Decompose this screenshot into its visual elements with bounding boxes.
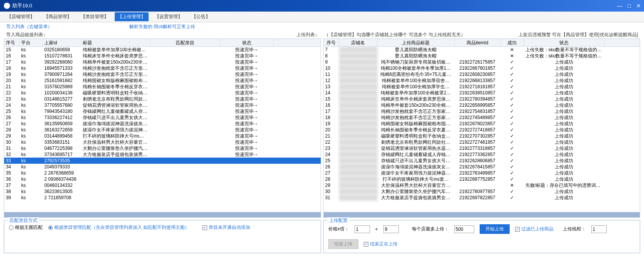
right-table-body[interactable]: 7████婴儿遮阳防晒渔夫帽✕上传失败：sku数量不等于规格值的笛卡…8████… — [324, 47, 640, 212]
table-row[interactable]: 17ks 39292268060纯棉单件被套150x200x230全棉…投递完毕… — [4, 59, 321, 65]
table-row[interactable]: 33ks 2792573535 — [4, 158, 321, 164]
table-row[interactable]: 21████磁吸硬塑料透明鞋盒鞋子收纳盒…21922707302857✓上传成功 — [324, 133, 640, 139]
table-row[interactable]: 22ks 10200034138磁吸硬塑料透明鞋盒鞋子收纳盒…投递完毕→ — [4, 90, 321, 96]
import-links-label[interactable]: 导入商品链接列表↓ — [6, 32, 45, 38]
cell-shop: ████ — [339, 47, 378, 53]
table-row[interactable]: 20ks 25161591682纯棉围裙女韩版棉麻围裙粗布围…投递完毕→ — [4, 77, 321, 84]
table-row[interactable]: 35ks2 2676368659 — [4, 170, 321, 176]
left-th-3[interactable]: 标题 — [81, 39, 151, 46]
right-th-5[interactable]: 状态 — [524, 39, 605, 46]
table-row[interactable]: 25████存钱罐只进不出儿童男女孩大号…21922628606857✓上传成功 — [324, 158, 640, 164]
import-list-label[interactable]: 导入列表（右键菜单） — [6, 24, 52, 30]
right-th-2[interactable]: 上传商品标题 — [378, 39, 455, 46]
cell-status: 上传成功 — [524, 145, 605, 151]
cell-plat: ks — [20, 133, 43, 139]
table-row[interactable]: 19████纯棉围裙女韩版棉麻围裙粗布围…21922678023857✓上传成功 — [324, 121, 640, 127]
right-scrollbar-horizontal[interactable] — [324, 212, 640, 217]
table-row[interactable]: 7████婴儿遮阳防晒渔夫帽✕上传失败：sku数量不等于规格值的笛卡… — [324, 47, 640, 53]
table-row[interactable]: 12████纯棉被套单件100全棉加厚宿舍…21922668133857✓上传成… — [324, 77, 640, 84]
start-upload-button[interactable]: 开始上传 — [480, 224, 510, 234]
table-row[interactable]: 31ks 04677225398大鹅办公室腰靠垫久坐护腰汽车…投递完毕→ — [4, 145, 321, 151]
table-row[interactable]: 26████搓澡巾海绵搓泥神器洗澡搓灰女…21922678415857✓上传成功 — [324, 164, 640, 170]
table-row[interactable]: 38ks 36233913505 — [4, 188, 321, 195]
table-row[interactable]: 8████婴儿遮阳防晒渔夫帽✕上传失败：sku数量不等于规格值的笛卡… — [324, 53, 640, 59]
table-row[interactable]: 26ks 73336227412存钱罐只进不出儿童男女孩大号…投递完毕→ — [4, 114, 321, 121]
table-row[interactable]: 29ks 03144899458打不碎的玻璃杯防摔大号ins套…投递完毕→ — [4, 133, 321, 139]
cell-seq: 16 — [324, 102, 339, 108]
table-row[interactable]: 21ks 31576025989纯棉长袖围裙冬季全棉反穿衣夏…投递完毕→ — [4, 84, 321, 90]
menu-item-1[interactable]: 【商品管理】 — [41, 12, 75, 21]
left-th-2[interactable]: 上家id — [43, 39, 81, 46]
table-row[interactable]: 29████大肚保温杯男大肚杯大容量官方…✕失败/标题：存在已填写中的违禁词：官… — [324, 182, 640, 188]
checkbox-auto-add-category[interactable]: 类目未开通自动添加 — [202, 224, 250, 231]
end-upload-button[interactable]: 结束上传 — [328, 239, 358, 249]
table-row[interactable]: 23████促销花洒管淋浴软管家用热水器…21922773318857✓上传成功 — [324, 145, 640, 151]
table-row[interactable]: 37ks 00460134332 — [4, 182, 321, 188]
table-row[interactable]: 20████纯棉长袖围裙冬季全棉反穿衣夏…21922727418857✓上传成功 — [324, 127, 640, 133]
cell-itemId: 21922678023857 — [455, 121, 501, 127]
left-th-5[interactable]: 状态 — [220, 39, 274, 46]
table-row[interactable]: 25ks 79943543180存钱罐网红儿童储蓄罐成人存钱…投递完毕→ — [4, 108, 321, 114]
cell-shop: ████ — [339, 65, 378, 71]
table-row[interactable]: 10████纯棉100全棉被套单件冬季加厚1…21922667601857✓上传… — [324, 65, 640, 71]
table-row[interactable]: 24ks 37705557680促销花洒管淋浴软管家用热水器…投递完毕→ — [4, 102, 321, 108]
max-per-shop-input[interactable] — [454, 225, 474, 233]
table-row[interactable]: 28████打不碎的玻璃杯防摔大号ins套…21922687752857✓上传成… — [324, 176, 640, 182]
menu-item-4[interactable]: 【设置管理】 — [152, 12, 186, 21]
table-row[interactable]: 32ks 37343695717大方格服装店手提袋包装袋男女…投递完毕→ — [4, 151, 321, 158]
table-row[interactable]: 18ks 16945571333纯棉沙发抱枕套不含芯正方形家…投递完毕→ — [4, 65, 321, 71]
table-row[interactable]: 39ks2 721859708 — [4, 195, 321, 201]
table-row[interactable]: 16████纯棉单件被套150x200x230全棉…21922658995857… — [324, 102, 640, 108]
minimize-icon[interactable]: — — [617, 3, 622, 9]
table-row[interactable]: 23ks 03148815277刺绣老北京布鞋男款网红同款社…投递完毕→ — [4, 96, 321, 102]
table-row[interactable]: 30████大鹅办公室腰靠垫久坐护腰汽车…21922780977857✓上传成功 — [324, 188, 640, 195]
menu-item-2[interactable]: 【类目管理】 — [78, 12, 112, 21]
table-row[interactable]: 27████搓澡巾女不疼家用强力搓泥神器…21922763499857✓上传成功 — [324, 170, 640, 176]
upload-thread-input[interactable] — [591, 225, 607, 233]
table-row[interactable]: 24████存钱罐网红儿童储蓄罐成人存钱…21922773362857✓上传成功 — [324, 151, 640, 158]
radio-match-by-image[interactable]: 根据主图匹配 — [9, 224, 43, 231]
table-row[interactable]: 16ks 15107278631纯棉床笠单件全棉床套席梦思保…投递完毕→ — [4, 53, 321, 59]
cell-plat: ks — [20, 139, 43, 145]
table-row[interactable]: 11████纯棉6层高密纱布毛巾35×75儿童…21922608230857✓上… — [324, 71, 640, 77]
table-row[interactable]: 30ks 3353683151大肚保温杯男大肚杯大容量官方…投递完毕→ — [4, 139, 321, 145]
checkbox-filter-uploaded[interactable]: 过滤已上传商品 — [515, 226, 554, 232]
table-row[interactable]: 9████纯不锈钢刀架厨房专用菜板切板…21922726175857✓上传成功 — [324, 59, 640, 65]
table-row[interactable]: 13████纯棉被套单件100全棉加厚学生…21922718161857✓上传成… — [324, 84, 640, 90]
left-th-1[interactable]: 平台 — [20, 39, 43, 46]
table-row[interactable]: 14████纯棉被套单件加厚100全棉被罩2…21922638510857✓上传… — [324, 90, 640, 96]
table-row[interactable]: 28ks 36163272659搓澡巾女不疼家用强力搓泥神器…投递完毕→ — [4, 127, 321, 133]
maximize-icon[interactable]: □ — [628, 3, 631, 9]
left-th-0[interactable]: 序号 — [4, 39, 20, 46]
table-row[interactable]: 19ks 37900971264纯棉沙发抱枕套不含芯正方形家…投递完毕→ — [4, 71, 321, 77]
table-row[interactable]: 27ks 36135950659搓澡巾海绵搓泥神器洗澡搓灰女…投递完毕→ — [4, 121, 321, 127]
table-row[interactable]: 36ks2 09366374438 — [4, 176, 321, 182]
table-row[interactable]: 18████纯棉沙发抱枕套不含芯正方形家…21922745489857✓上传成功 — [324, 114, 640, 121]
table-row[interactable]: 22████刺绣老北京布鞋男款网红同款社…21922727481857✓上传成功 — [324, 139, 640, 145]
checkbox-end-current[interactable]: 结束正在上传 — [364, 241, 398, 247]
radio-match-by-category[interactable]: 根据类目管理匹配（先在类目管理列表加入 如匹配不到使用主图） — [48, 224, 189, 231]
menu-item-3[interactable]: 【上传管理】 — [115, 12, 149, 21]
right-th-1[interactable]: 店铺名 — [339, 39, 378, 46]
price-add-input[interactable] — [383, 225, 399, 233]
menu-item-0[interactable]: 【店铺管理】 — [4, 12, 38, 21]
table-row[interactable]: 34ks 2049379333 — [4, 164, 321, 170]
table-row[interactable]: 17████纯棉沙发抱枕套不含芯正方形家…21922754831857✓上传成功 — [324, 108, 640, 114]
right-th-0[interactable]: 序号 — [324, 39, 339, 46]
left-scrollbar-horizontal[interactable] — [4, 212, 321, 217]
right-th-4[interactable]: 成功 — [501, 39, 524, 46]
menu-item-5[interactable]: 【公告】 — [189, 12, 213, 21]
table-row[interactable]: 15████纯棉床笠单件全棉床套席梦思保…21922780394857✓上传成功 — [324, 96, 640, 102]
left-table-body[interactable]: 15ks 0325180659纯棉被套单件加厚100全棉被罩2…投递完毕→16k… — [4, 47, 321, 212]
close-icon[interactable]: ✕ — [636, 3, 641, 9]
table-row[interactable]: 31████大方格服装店手提袋包装袋男女…21922697822857✓上传成功 — [324, 195, 640, 201]
price-multiplier-input[interactable] — [355, 225, 370, 233]
cell-id: 37705557680 — [43, 102, 81, 108]
table-row[interactable]: 15ks 0325180659纯棉被套单件加厚100全棉被罩2…投递完毕→ — [4, 47, 321, 53]
right-th-3[interactable]: 商品itemId — [455, 39, 501, 46]
cell-plat: ks — [20, 188, 43, 195]
left-table-header: 序号平台上家id标题匹配类目状态 — [4, 39, 321, 47]
cell-id: 2 09366374438 — [43, 176, 81, 182]
left-th-4[interactable]: 匹配类目 — [151, 39, 220, 46]
upload-list-label[interactable]: 上传列表↓ — [296, 32, 317, 38]
